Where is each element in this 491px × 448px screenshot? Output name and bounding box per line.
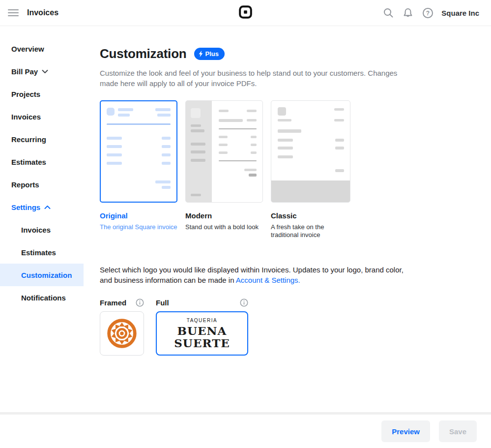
sidebar-item-projects[interactable]: Projects: [0, 83, 84, 105]
search-icon[interactable]: [382, 7, 394, 19]
sidebar-item-invoices[interactable]: Invoices: [0, 105, 84, 128]
sidebar-item-estimates[interactable]: Estimates: [0, 150, 84, 173]
top-bar: Invoices ? Square Inc: [0, 0, 491, 26]
save-button[interactable]: Save: [439, 420, 477, 442]
lightning-bolt-icon: [199, 51, 203, 57]
logo-business-name: BUENA SUERTE: [174, 325, 230, 349]
sidebar-item-recurring[interactable]: Recurring: [0, 128, 84, 150]
main-content: Customization Plus Customize the look an…: [84, 26, 491, 412]
template-desc-original: The original Square invoice: [100, 223, 177, 231]
sidebar: Overview Bill Pay Projects Invoices Recu…: [0, 26, 84, 448]
chevron-up-icon: [44, 205, 51, 209]
preview-button[interactable]: Preview: [381, 420, 430, 442]
template-name-original: Original: [100, 211, 177, 220]
account-name[interactable]: Square Inc: [441, 9, 479, 17]
sidebar-subitem-notifications[interactable]: Notifications: [0, 286, 84, 309]
sidebar-item-bill-pay[interactable]: Bill Pay: [0, 60, 84, 83]
template-preview-original[interactable]: [100, 100, 177, 203]
full-logo-card[interactable]: TAQUERIA BUENA SUERTE: [156, 311, 248, 356]
sidebar-subitem-invoices[interactable]: Invoices: [0, 218, 84, 241]
template-desc-modern: Stand out with a bold look: [185, 223, 263, 231]
template-preview-modern[interactable]: [185, 100, 263, 203]
template-option-original: Original The original Square invoice: [100, 100, 177, 239]
sidebar-item-reports[interactable]: Reports: [0, 173, 84, 196]
hamburger-menu-icon[interactable]: [8, 9, 19, 16]
logo-section-text: Select which logo you would like display…: [100, 265, 414, 285]
notifications-bell-icon[interactable]: [402, 7, 414, 19]
sun-logo-icon: [107, 318, 137, 349]
sidebar-item-settings[interactable]: Settings: [0, 196, 84, 218]
template-name-classic: Classic: [271, 211, 350, 220]
intro-text: Customize the look and feel of your busi…: [100, 68, 410, 89]
logo-options: Framed: [100, 299, 491, 356]
template-option-modern: Modern Stand out with a bold look: [185, 100, 263, 239]
sidebar-item-overview[interactable]: Overview: [0, 37, 84, 60]
page-title: Invoices: [27, 8, 58, 17]
framed-info-icon[interactable]: [136, 299, 144, 307]
sidebar-subitem-estimates[interactable]: Estimates: [0, 241, 84, 264]
full-label: Full: [156, 299, 169, 307]
sidebar-subitem-customization[interactable]: Customization: [0, 264, 84, 286]
template-options: Original The original Square invoice: [100, 100, 491, 239]
logo-business-type: TAQUERIA: [187, 318, 217, 323]
template-preview-classic[interactable]: [271, 100, 350, 203]
template-option-classic: Classic A fresh take on the traditional …: [271, 100, 350, 239]
account-settings-link[interactable]: Account & Settings.: [236, 276, 300, 284]
framed-label: Framed: [100, 299, 126, 307]
logo-option-full: Full TAQUERIA BUENA SUERTE: [156, 299, 248, 356]
full-info-icon[interactable]: [240, 299, 248, 307]
plus-badge[interactable]: Plus: [194, 48, 225, 60]
logo-option-framed: Framed: [100, 299, 144, 356]
help-icon[interactable]: ?: [422, 7, 433, 19]
action-bar: Preview Save: [0, 412, 491, 448]
template-desc-classic: A fresh take on the traditional invoice: [271, 223, 350, 239]
template-name-modern: Modern: [185, 211, 263, 220]
framed-logo-card[interactable]: [100, 311, 144, 356]
page-heading: Customization: [100, 46, 187, 61]
square-logo-icon[interactable]: [239, 5, 252, 21]
svg-text:?: ?: [426, 9, 430, 16]
chevron-down-icon: [42, 69, 48, 74]
